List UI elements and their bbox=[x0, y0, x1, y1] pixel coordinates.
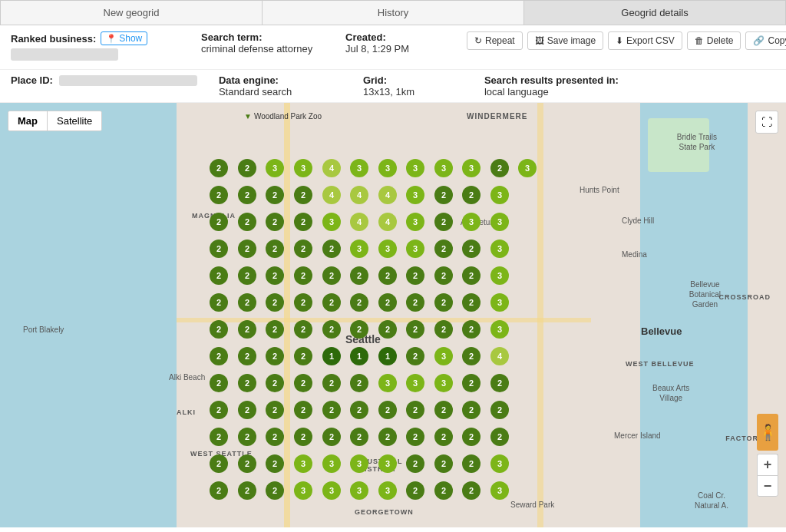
map-pin[interactable]: 2 bbox=[350, 374, 368, 392]
map-pin[interactable]: 2 bbox=[266, 347, 284, 365]
map-pin[interactable]: 2 bbox=[350, 293, 368, 312]
map-pin[interactable]: 3 bbox=[406, 213, 424, 231]
map-pin[interactable]: 2 bbox=[238, 347, 256, 365]
map-pin[interactable]: 2 bbox=[210, 428, 228, 446]
map-pin[interactable]: 2 bbox=[378, 428, 397, 446]
map-pin[interactable]: 2 bbox=[210, 293, 228, 312]
map-pin[interactable]: 2 bbox=[210, 454, 228, 473]
map-pin[interactable]: 4 bbox=[350, 186, 368, 204]
map-pin[interactable]: 3 bbox=[350, 159, 368, 177]
map-pin[interactable]: 3 bbox=[406, 159, 424, 177]
map-pin[interactable]: 2 bbox=[238, 293, 256, 312]
copy-link-button[interactable]: 🔗 Copy link bbox=[745, 31, 786, 50]
map-pin[interactable]: 2 bbox=[434, 481, 453, 500]
map-pin[interactable]: 2 bbox=[238, 481, 256, 500]
fullscreen-button[interactable]: ⛶ bbox=[755, 111, 778, 134]
map-pin[interactable]: 3 bbox=[434, 159, 453, 177]
map-pin[interactable]: 2 bbox=[210, 481, 228, 500]
map-pin[interactable]: 2 bbox=[434, 293, 453, 312]
map-pin[interactable]: 2 bbox=[434, 454, 453, 473]
map-pin[interactable]: 2 bbox=[462, 320, 481, 339]
map-pin[interactable]: 2 bbox=[210, 240, 228, 258]
map-pin[interactable]: 2 bbox=[434, 428, 453, 446]
map-pin[interactable]: 3 bbox=[434, 374, 453, 392]
map-pin[interactable]: 3 bbox=[378, 454, 397, 473]
repeat-button[interactable]: ↻ Repeat bbox=[467, 31, 523, 50]
map-pin[interactable]: 2 bbox=[266, 320, 284, 339]
tab-history[interactable]: History bbox=[263, 0, 524, 25]
map-type-satellite-button[interactable]: Satellite bbox=[48, 111, 101, 131]
map-pin[interactable]: 2 bbox=[210, 266, 228, 285]
map-pin[interactable]: 3 bbox=[378, 159, 397, 177]
map-pin[interactable]: 2 bbox=[434, 320, 453, 339]
map-pin[interactable]: 3 bbox=[490, 293, 509, 312]
map-pin[interactable]: 2 bbox=[378, 320, 397, 339]
map-pin[interactable]: 2 bbox=[322, 240, 341, 258]
map-pin[interactable]: 2 bbox=[462, 293, 481, 312]
map-pin[interactable]: 3 bbox=[266, 159, 284, 177]
map-pin[interactable]: 2 bbox=[378, 293, 397, 312]
map-pin[interactable]: 2 bbox=[406, 428, 424, 446]
map-pin[interactable]: 2 bbox=[322, 320, 341, 339]
map-pin[interactable]: 2 bbox=[266, 481, 284, 500]
map-pin[interactable]: 2 bbox=[322, 266, 341, 285]
map-pin[interactable]: 3 bbox=[406, 240, 424, 258]
map-pin[interactable]: 4 bbox=[378, 213, 397, 231]
map-pin[interactable]: 2 bbox=[462, 347, 481, 365]
map-pin[interactable]: 2 bbox=[266, 293, 284, 312]
map-pin[interactable]: 2 bbox=[210, 159, 228, 177]
map-pin[interactable]: 2 bbox=[434, 266, 453, 285]
map-pin[interactable]: 2 bbox=[294, 374, 312, 392]
map-pin[interactable]: 3 bbox=[490, 481, 509, 500]
map-pin[interactable]: 3 bbox=[490, 240, 509, 258]
map-pin[interactable]: 3 bbox=[434, 347, 453, 365]
map-pin[interactable]: 2 bbox=[406, 401, 424, 419]
map-pin[interactable]: 3 bbox=[490, 266, 509, 285]
map-pin[interactable]: 3 bbox=[490, 186, 509, 204]
tab-geogrid-details[interactable]: Geogrid details bbox=[524, 0, 786, 25]
map-pin[interactable]: 2 bbox=[322, 401, 341, 419]
delete-button[interactable]: 🗑 Delete bbox=[687, 31, 741, 50]
map-pin[interactable]: 2 bbox=[238, 266, 256, 285]
map-pin[interactable]: 3 bbox=[378, 240, 397, 258]
map-pin[interactable]: 2 bbox=[238, 401, 256, 419]
map-pin[interactable]: 2 bbox=[294, 401, 312, 419]
tab-new-geogrid[interactable]: New geogrid bbox=[0, 0, 263, 25]
export-csv-button[interactable]: ⬇ Export CSV bbox=[608, 31, 682, 50]
show-button[interactable]: 📍 Show bbox=[101, 31, 147, 45]
map-pin[interactable]: 2 bbox=[266, 213, 284, 231]
map-pin[interactable]: 3 bbox=[406, 186, 424, 204]
map-pin[interactable]: 4 bbox=[350, 213, 368, 231]
map-pin[interactable]: 1 bbox=[350, 347, 368, 365]
map-pin[interactable]: 2 bbox=[294, 293, 312, 312]
map-pin[interactable]: 2 bbox=[238, 428, 256, 446]
map-pin[interactable]: 2 bbox=[238, 213, 256, 231]
street-view-button[interactable]: 🧍 bbox=[757, 414, 778, 451]
map-pin[interactable]: 2 bbox=[350, 401, 368, 419]
map-pin[interactable]: 2 bbox=[238, 186, 256, 204]
map-pin[interactable]: 2 bbox=[238, 454, 256, 473]
map-pin[interactable]: 2 bbox=[294, 186, 312, 204]
map-pin[interactable]: 2 bbox=[238, 374, 256, 392]
map-pin[interactable]: 2 bbox=[266, 266, 284, 285]
map-pin[interactable]: 3 bbox=[462, 213, 481, 231]
map-pin[interactable]: 3 bbox=[490, 213, 509, 231]
map-pin[interactable]: 4 bbox=[378, 186, 397, 204]
map-pin[interactable]: 2 bbox=[294, 240, 312, 258]
map-pin[interactable]: 3 bbox=[378, 374, 397, 392]
map-pin[interactable]: 2 bbox=[294, 347, 312, 365]
map-pin[interactable]: 2 bbox=[266, 454, 284, 473]
map-pin[interactable]: 3 bbox=[294, 454, 312, 473]
map-pin[interactable]: 3 bbox=[490, 320, 509, 339]
map-pin[interactable]: 4 bbox=[490, 347, 509, 365]
map-pin[interactable]: 3 bbox=[322, 481, 341, 500]
map-type-map-button[interactable]: Map bbox=[8, 111, 48, 131]
map-pin[interactable]: 2 bbox=[210, 186, 228, 204]
map-pin[interactable]: 3 bbox=[294, 159, 312, 177]
map-pin[interactable]: 3 bbox=[518, 159, 537, 177]
map-pin[interactable]: 2 bbox=[462, 240, 481, 258]
map-pin[interactable]: 2 bbox=[210, 347, 228, 365]
map-pin[interactable]: 2 bbox=[378, 401, 397, 419]
map-pin[interactable]: 2 bbox=[462, 454, 481, 473]
map-pin[interactable]: 2 bbox=[490, 374, 509, 392]
